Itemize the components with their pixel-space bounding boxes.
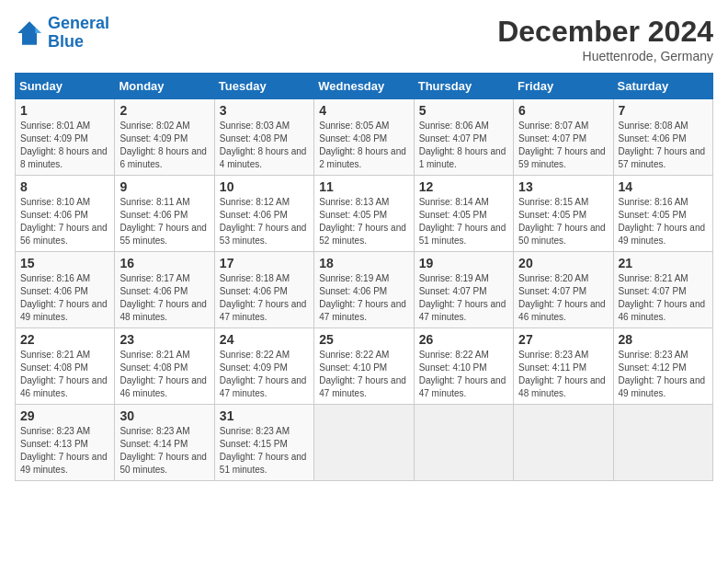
calendar-cell: 16Sunrise: 8:17 AM Sunset: 4:06 PM Dayli…: [115, 252, 214, 328]
calendar-week-1: 1Sunrise: 8:01 AM Sunset: 4:09 PM Daylig…: [16, 99, 713, 176]
day-number: 26: [419, 332, 508, 347]
calendar-cell: 19Sunrise: 8:19 AM Sunset: 4:07 PM Dayli…: [414, 252, 513, 328]
day-info: Sunrise: 8:22 AM Sunset: 4:09 PM Dayligh…: [220, 349, 309, 400]
calendar-cell: 31Sunrise: 8:23 AM Sunset: 4:15 PM Dayli…: [214, 405, 313, 481]
calendar-cell: 30Sunrise: 8:23 AM Sunset: 4:14 PM Dayli…: [115, 405, 214, 481]
day-info: Sunrise: 8:02 AM Sunset: 4:09 PM Dayligh…: [119, 120, 209, 171]
calendar-cell: 25Sunrise: 8:22 AM Sunset: 4:10 PM Dayli…: [314, 328, 414, 405]
weekday-header-saturday: Saturday: [613, 74, 712, 99]
calendar-cell: 22Sunrise: 8:21 AM Sunset: 4:08 PM Dayli…: [16, 328, 115, 405]
day-info: Sunrise: 8:16 AM Sunset: 4:06 PM Dayligh…: [20, 272, 109, 324]
day-number: 17: [220, 256, 309, 270]
day-info: Sunrise: 8:23 AM Sunset: 4:15 PM Dayligh…: [220, 425, 309, 477]
day-info: Sunrise: 8:19 AM Sunset: 4:07 PM Dayligh…: [419, 272, 508, 324]
day-number: 13: [518, 179, 608, 194]
day-number: 31: [220, 408, 309, 423]
day-number: 14: [619, 179, 708, 194]
day-info: Sunrise: 8:12 AM Sunset: 4:06 PM Dayligh…: [220, 196, 309, 247]
calendar-cell: 5Sunrise: 8:06 AM Sunset: 4:07 PM Daylig…: [414, 99, 513, 176]
month-title: December 2024: [497, 15, 713, 49]
calendar-cell: 28Sunrise: 8:23 AM Sunset: 4:12 PM Dayli…: [613, 328, 712, 405]
day-info: Sunrise: 8:23 AM Sunset: 4:11 PM Dayligh…: [518, 349, 608, 400]
calendar-cell: 29Sunrise: 8:23 AM Sunset: 4:13 PM Dayli…: [16, 405, 115, 481]
day-info: Sunrise: 8:03 AM Sunset: 4:08 PM Dayligh…: [220, 120, 309, 171]
weekday-header-tuesday: Tuesday: [214, 74, 313, 99]
day-number: 25: [319, 332, 408, 347]
calendar-cell: [613, 405, 712, 481]
calendar-cell: 9Sunrise: 8:11 AM Sunset: 4:06 PM Daylig…: [115, 176, 214, 252]
day-info: Sunrise: 8:17 AM Sunset: 4:06 PM Dayligh…: [119, 272, 209, 324]
day-info: Sunrise: 8:23 AM Sunset: 4:13 PM Dayligh…: [20, 425, 109, 477]
calendar-cell: 6Sunrise: 8:07 AM Sunset: 4:07 PM Daylig…: [514, 99, 613, 176]
calendar-cell: 10Sunrise: 8:12 AM Sunset: 4:06 PM Dayli…: [214, 176, 313, 252]
calendar-cell: 27Sunrise: 8:23 AM Sunset: 4:11 PM Dayli…: [514, 328, 613, 405]
calendar-cell: [514, 405, 613, 481]
title-block: December 2024 Huettenrode, Germany: [497, 15, 713, 63]
day-number: 22: [20, 332, 109, 347]
day-number: 28: [619, 332, 708, 347]
calendar-week-4: 22Sunrise: 8:21 AM Sunset: 4:08 PM Dayli…: [16, 328, 713, 405]
day-info: Sunrise: 8:13 AM Sunset: 4:05 PM Dayligh…: [319, 196, 408, 247]
day-number: 1: [20, 103, 109, 118]
day-number: 8: [20, 179, 109, 194]
calendar-cell: 13Sunrise: 8:15 AM Sunset: 4:05 PM Dayli…: [514, 176, 613, 252]
calendar-cell: 14Sunrise: 8:16 AM Sunset: 4:05 PM Dayli…: [613, 176, 712, 252]
day-info: Sunrise: 8:14 AM Sunset: 4:05 PM Dayligh…: [419, 196, 508, 247]
calendar-cell: 11Sunrise: 8:13 AM Sunset: 4:05 PM Dayli…: [314, 176, 414, 252]
day-number: 19: [419, 256, 508, 270]
day-number: 27: [518, 332, 608, 347]
weekday-header-friday: Friday: [514, 74, 613, 99]
calendar-cell: 1Sunrise: 8:01 AM Sunset: 4:09 PM Daylig…: [16, 99, 115, 176]
day-number: 20: [518, 256, 608, 270]
day-info: Sunrise: 8:06 AM Sunset: 4:07 PM Dayligh…: [419, 120, 508, 171]
day-number: 7: [619, 103, 708, 118]
calendar-cell: 23Sunrise: 8:21 AM Sunset: 4:08 PM Dayli…: [115, 328, 214, 405]
day-number: 23: [119, 332, 209, 347]
day-info: Sunrise: 8:08 AM Sunset: 4:06 PM Dayligh…: [619, 120, 708, 171]
day-info: Sunrise: 8:22 AM Sunset: 4:10 PM Dayligh…: [319, 349, 408, 400]
calendar-cell: 26Sunrise: 8:22 AM Sunset: 4:10 PM Dayli…: [414, 328, 513, 405]
calendar-cell: 4Sunrise: 8:05 AM Sunset: 4:08 PM Daylig…: [314, 99, 414, 176]
calendar-cell: 18Sunrise: 8:19 AM Sunset: 4:06 PM Dayli…: [314, 252, 414, 328]
calendar-cell: 3Sunrise: 8:03 AM Sunset: 4:08 PM Daylig…: [214, 99, 313, 176]
day-number: 30: [119, 408, 209, 423]
calendar-cell: 2Sunrise: 8:02 AM Sunset: 4:09 PM Daylig…: [115, 99, 214, 176]
day-info: Sunrise: 8:07 AM Sunset: 4:07 PM Dayligh…: [518, 120, 608, 171]
day-number: 9: [119, 179, 209, 194]
day-info: Sunrise: 8:05 AM Sunset: 4:08 PM Dayligh…: [319, 120, 408, 171]
logo-icon: [15, 18, 44, 48]
day-info: Sunrise: 8:11 AM Sunset: 4:06 PM Dayligh…: [119, 196, 209, 247]
calendar-cell: 21Sunrise: 8:21 AM Sunset: 4:07 PM Dayli…: [613, 252, 712, 328]
calendar-week-2: 8Sunrise: 8:10 AM Sunset: 4:06 PM Daylig…: [16, 176, 713, 252]
calendar-cell: 17Sunrise: 8:18 AM Sunset: 4:06 PM Dayli…: [214, 252, 313, 328]
page-header: General Blue December 2024 Huettenrode, …: [15, 15, 713, 63]
calendar-cell: 8Sunrise: 8:10 AM Sunset: 4:06 PM Daylig…: [16, 176, 115, 252]
calendar-cell: 15Sunrise: 8:16 AM Sunset: 4:06 PM Dayli…: [16, 252, 115, 328]
calendar-week-3: 15Sunrise: 8:16 AM Sunset: 4:06 PM Dayli…: [16, 252, 713, 328]
day-info: Sunrise: 8:23 AM Sunset: 4:12 PM Dayligh…: [619, 349, 708, 400]
location: Huettenrode, Germany: [497, 49, 713, 63]
day-number: 4: [319, 103, 408, 118]
calendar-cell: 20Sunrise: 8:20 AM Sunset: 4:07 PM Dayli…: [514, 252, 613, 328]
day-number: 10: [220, 179, 309, 194]
day-number: 18: [319, 256, 408, 270]
weekday-header-sunday: Sunday: [16, 74, 115, 99]
calendar-cell: 12Sunrise: 8:14 AM Sunset: 4:05 PM Dayli…: [414, 176, 513, 252]
day-number: 21: [619, 256, 708, 270]
day-info: Sunrise: 8:22 AM Sunset: 4:10 PM Dayligh…: [419, 349, 508, 400]
day-number: 24: [220, 332, 309, 347]
logo: General Blue: [15, 15, 109, 52]
weekday-header-row: SundayMondayTuesdayWednesdayThursdayFrid…: [16, 74, 713, 99]
weekday-header-monday: Monday: [115, 74, 214, 99]
day-info: Sunrise: 8:16 AM Sunset: 4:05 PM Dayligh…: [619, 196, 708, 247]
day-number: 15: [20, 256, 109, 270]
weekday-header-wednesday: Wednesday: [314, 74, 414, 99]
day-number: 3: [220, 103, 309, 118]
day-info: Sunrise: 8:01 AM Sunset: 4:09 PM Dayligh…: [20, 120, 109, 171]
day-info: Sunrise: 8:21 AM Sunset: 4:08 PM Dayligh…: [20, 349, 109, 400]
day-number: 12: [419, 179, 508, 194]
weekday-header-thursday: Thursday: [414, 74, 513, 99]
day-info: Sunrise: 8:20 AM Sunset: 4:07 PM Dayligh…: [518, 272, 608, 324]
calendar-cell: 24Sunrise: 8:22 AM Sunset: 4:09 PM Dayli…: [214, 328, 313, 405]
day-info: Sunrise: 8:21 AM Sunset: 4:08 PM Dayligh…: [119, 349, 209, 400]
